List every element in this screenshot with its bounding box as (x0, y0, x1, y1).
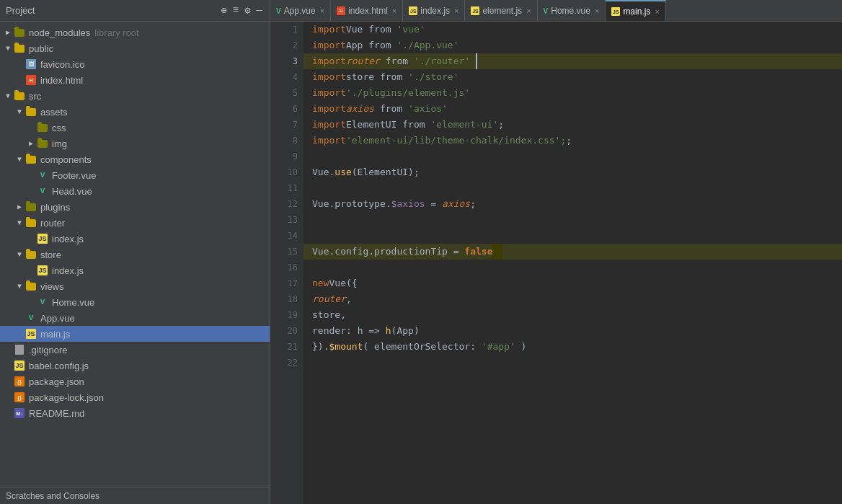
code-line-12[interactable]: Vue.prototype.$axios = axios; (303, 196, 842, 212)
tree-item-router[interactable]: ▼router (0, 215, 270, 231)
code-line-14[interactable] (303, 228, 842, 244)
tree-label-package_lock: package-lock.json (29, 392, 104, 403)
line-number-1: 1 (270, 22, 298, 37)
tab-close-button[interactable]: × (526, 6, 531, 15)
file-icon-json: {} (13, 376, 26, 386)
tree-item-public[interactable]: ▼public (0, 40, 270, 56)
tab-app_vue[interactable]: VApp.vue× (270, 0, 331, 22)
tab-label: Home.vue (551, 6, 590, 16)
code-line-15[interactable]: Vue.config.productionTip = false (303, 244, 842, 260)
tab-element_js[interactable]: JSelement.js× (465, 0, 537, 22)
minimize-icon[interactable]: — (255, 3, 264, 18)
file-icon-folder (25, 219, 37, 227)
tree-arrow-public: ▼ (3, 45, 13, 53)
code-line-3[interactable]: import router from './router' (303, 53, 842, 69)
tree-item-css[interactable]: css (0, 120, 270, 136)
tree-item-views[interactable]: ▼views (0, 278, 270, 294)
code-line-4[interactable]: import store from './store' (303, 69, 842, 85)
tree-label-img: img (52, 138, 67, 149)
tree-item-readme[interactable]: M↓README.md (0, 405, 270, 421)
line-number-15: 15 (270, 244, 298, 260)
tree-item-app_vue[interactable]: VApp.vue (0, 310, 270, 326)
tree-item-head_vue[interactable]: VHead.vue (0, 183, 270, 199)
tree-label-babel_config: babel.config.js (29, 361, 89, 371)
scratches-footer[interactable]: Scratches and Consoles (0, 487, 270, 504)
cursor (470, 53, 477, 69)
tree-item-store[interactable]: ▼store (0, 247, 270, 262)
tree-item-plugins[interactable]: ▶plugins (0, 199, 270, 215)
tree-item-main_js[interactable]: JSmain.js (0, 326, 270, 342)
tab-icon-js: JS (611, 7, 620, 16)
tree-label-router: router (40, 218, 65, 229)
code-line-16[interactable] (303, 260, 842, 275)
tree-label-store: store (40, 249, 61, 260)
tree-item-footer_vue[interactable]: VFooter.vue (0, 167, 270, 183)
code-line-18[interactable]: router, (303, 291, 842, 307)
tree-item-img[interactable]: ▶img (0, 136, 270, 151)
code-line-22[interactable] (303, 355, 842, 371)
code-line-11[interactable] (303, 180, 842, 196)
tree-arrow-store: ▼ (14, 251, 25, 259)
tab-index_html[interactable]: Hindex.html× (331, 0, 403, 22)
file-icon-folder (25, 156, 37, 164)
code-line-7[interactable]: import ElementUI from 'element-ui'; (303, 117, 842, 133)
add-icon[interactable]: ⊕ (219, 3, 228, 18)
file-icon-folder (25, 203, 37, 211)
code-line-6[interactable]: import axios from 'axios' (303, 101, 842, 117)
tree-item-src[interactable]: ▼src (0, 88, 270, 104)
code-line-19[interactable]: store, (303, 307, 842, 323)
tree-item-home_vue[interactable]: VHome.vue (0, 294, 270, 310)
tree-item-favicon[interactable]: 🖼favicon.ico (0, 56, 270, 72)
line-number-10: 10 (270, 164, 298, 180)
tree-label-main_js: main.js (40, 329, 70, 340)
tree-item-babel_config[interactable]: JSbabel.config.js (0, 358, 270, 373)
file-icon-js: JS (25, 329, 37, 339)
tab-home_vue[interactable]: VHome.vue× (538, 0, 606, 22)
tab-index_js[interactable]: JSindex.js× (403, 0, 465, 22)
tree-item-store_index[interactable]: JSindex.js (0, 262, 270, 278)
tree-item-components[interactable]: ▼components (0, 151, 270, 167)
tab-label: index.html (348, 6, 388, 16)
code-line-5[interactable]: import './plugins/element.js' (303, 85, 842, 101)
tab-close-button[interactable]: × (595, 6, 599, 15)
line-number-3: 3 (270, 53, 298, 69)
tab-close-button[interactable]: × (392, 6, 396, 15)
tree-label-app_vue: App.vue (40, 313, 75, 324)
settings-icon[interactable]: ⚙ (243, 3, 252, 18)
tree-item-index_html[interactable]: Hindex.html (0, 72, 270, 88)
tree-item-package_lock[interactable]: {}package-lock.json (0, 389, 270, 405)
line-number-20: 20 (270, 323, 298, 339)
layout-icon[interactable]: ≡ (231, 3, 240, 18)
line-number-19: 19 (270, 307, 298, 323)
code-line-2[interactable]: import App from './App.vue' (303, 37, 842, 53)
tab-close-button[interactable]: × (655, 7, 659, 16)
code-line-13[interactable] (303, 212, 842, 228)
code-line-8[interactable]: import 'element-ui/lib/theme-chalk/index… (303, 133, 842, 149)
tab-close-button[interactable]: × (454, 6, 458, 15)
tree-label-readme: README.md (29, 408, 84, 419)
code-line-9[interactable] (303, 149, 842, 164)
file-icon-vue: V (25, 314, 37, 322)
tree-item-node_modules[interactable]: ▶node_moduleslibrary root (0, 25, 270, 40)
file-icon-vue: V (36, 171, 49, 180)
tab-close-button[interactable]: × (320, 6, 324, 15)
code-line-21[interactable]: }).$mount( elementOrSelector: '#app' ) (303, 339, 842, 355)
tree-item-assets[interactable]: ▼assets (0, 104, 270, 120)
tree-item-router_index[interactable]: JSindex.js (0, 231, 270, 247)
file-icon-js: JS (13, 361, 26, 371)
tab-main_js[interactable]: JSmain.js× (606, 0, 665, 22)
tree-label-assets: assets (40, 107, 68, 118)
line-number-14: 14 (270, 228, 298, 244)
code-line-10[interactable]: Vue.use(ElementUI); (303, 164, 842, 180)
tree-item-package_json[interactable]: {}package.json (0, 373, 270, 389)
code-area[interactable]: import Vue from 'vue'import App from './… (303, 22, 842, 504)
line-number-2: 2 (270, 37, 298, 53)
tree-item-gitignore[interactable]: .gitignore (0, 342, 270, 358)
tree-arrow-router: ▼ (14, 219, 25, 227)
code-line-17[interactable]: new Vue({ (303, 275, 842, 291)
code-line-1[interactable]: import Vue from 'vue' (303, 22, 842, 37)
line-number-22: 22 (270, 355, 298, 371)
code-line-20[interactable]: render: h => h(App) (303, 323, 842, 339)
tree-label-views: views (40, 281, 64, 292)
tab-icon-html: H (337, 6, 345, 15)
